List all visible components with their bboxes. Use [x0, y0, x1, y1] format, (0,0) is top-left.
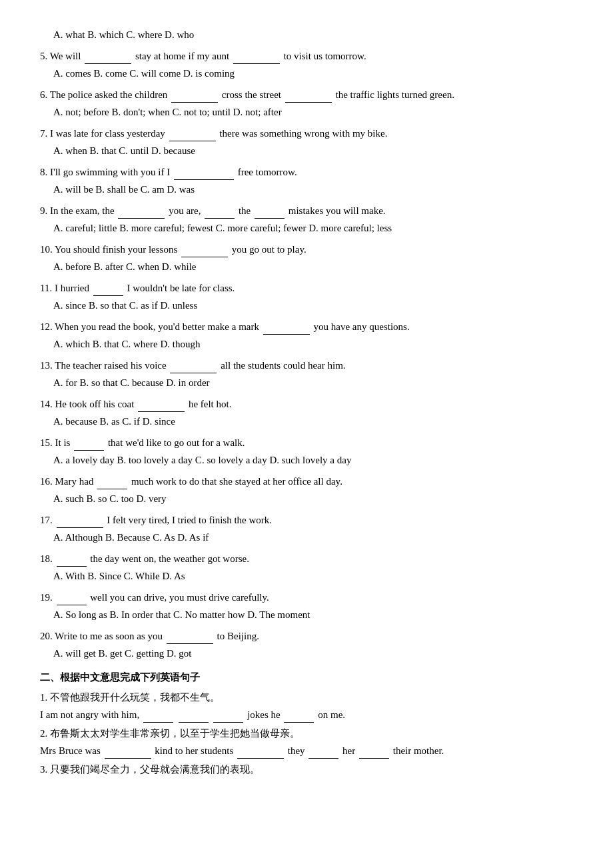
- q9-blank3: [255, 218, 285, 219]
- worksheet-content: A. what B. which C. where D. who 5. We w…: [40, 27, 573, 777]
- q6-options: A. not; before B. don't; when C. not to;…: [40, 104, 573, 120]
- q11-text: 11. I hurried I wouldn't be late for cla…: [40, 280, 573, 296]
- question-6: 6. The police asked the children cross t…: [40, 87, 573, 120]
- q9-blank1: [118, 218, 165, 219]
- q10-text: 10. You should finish your lessons you g…: [40, 241, 573, 257]
- question-5: 5. We will stay at home if my aunt to vi…: [40, 48, 573, 81]
- q16-blank: [97, 489, 127, 489]
- question-18: 18. the day went on, the weather got wor…: [40, 551, 573, 584]
- q19-blank: [57, 605, 87, 605]
- s1-en: I am not angry with him, jokes he on me.: [40, 707, 573, 723]
- question-13: 13. The teacher raised his voice all the…: [40, 357, 573, 391]
- s1-blank1: [143, 722, 173, 723]
- question-17: 17. I felt very tired, I tried to finish…: [40, 512, 573, 545]
- q15-blank: [74, 450, 104, 451]
- q13-text: 13. The teacher raised his voice all the…: [40, 357, 573, 373]
- q8-text: 8. I'll go swimming with you if I free t…: [40, 164, 573, 180]
- q15-text: 15. It is that we'd like to go out for a…: [40, 435, 573, 451]
- s1-cn: 1. 不管他跟我开什么玩笑，我都不生气。: [40, 689, 573, 705]
- s2-blank1: [105, 758, 151, 759]
- section2-title: 二、根据中文意思完成下列英语句子: [40, 669, 573, 685]
- q14-options: A. because B. as C. if D. since: [40, 413, 573, 429]
- sub-question-3: 3. 只要我们竭尽全力，父母就会满意我们的表现。: [40, 761, 573, 777]
- q7-options: A. when B. that C. until D. because: [40, 143, 573, 159]
- s3-cn: 3. 只要我们竭尽全力，父母就会满意我们的表现。: [40, 761, 573, 777]
- question-19: 19. well you can drive, you must drive c…: [40, 589, 573, 623]
- q7-text: 7. I was late for class yesterday there …: [40, 125, 573, 141]
- q12-options: A. which B. that C. where D. though: [40, 336, 573, 352]
- q5-blank: [233, 63, 280, 64]
- q19-text: 19. well you can drive, you must drive c…: [40, 589, 573, 605]
- s2-blank4: [359, 758, 389, 759]
- q14-text: 14. He took off his coat he felt hot.: [40, 396, 573, 412]
- q5-blank-part1: [85, 63, 131, 64]
- q6-text: 6. The police asked the children cross t…: [40, 87, 573, 103]
- q17-blank: [57, 527, 103, 528]
- question-7: 7. I was late for class yesterday there …: [40, 125, 573, 159]
- question-15: 15. It is that we'd like to go out for a…: [40, 435, 573, 468]
- sub-question-2: 2. 布鲁斯太太对学生非常亲切，以至于学生把她当做母亲。 Mrs Bruce w…: [40, 725, 573, 759]
- q10-blank: [181, 257, 228, 257]
- s2-en: Mrs Bruce was kind to her students they …: [40, 743, 573, 759]
- intro-options: A. what B. which C. where D. who: [40, 27, 573, 43]
- question-14: 14. He took off his coat he felt hot. A.…: [40, 396, 573, 429]
- s1-blank2: [179, 722, 209, 723]
- q11-blank: [93, 295, 123, 296]
- q9-options: A. careful; little B. more careful; fewe…: [40, 220, 573, 236]
- q16-text: 16. Mary had much work to do that she st…: [40, 473, 573, 489]
- q19-options: A. So long as B. In order that C. No mat…: [40, 607, 573, 623]
- q18-options: A. With B. Since C. While D. As: [40, 568, 573, 584]
- q6-blank2: [285, 102, 332, 103]
- q18-blank: [57, 566, 87, 567]
- q14-blank: [138, 411, 185, 412]
- s2-blank2: [237, 758, 284, 759]
- q18-text: 18. the day went on, the weather got wor…: [40, 551, 573, 567]
- q6-blank1: [171, 102, 218, 103]
- q15-options: A. a lovely day B. too lovely a day C. s…: [40, 452, 573, 468]
- q17-options: A. Although B. Because C. As D. As if: [40, 529, 573, 545]
- sub-question-1: 1. 不管他跟我开什么玩笑，我都不生气。 I am not angry with…: [40, 689, 573, 723]
- q11-options: A. since B. so that C. as if D. unless: [40, 297, 573, 313]
- q9-blank2: [205, 218, 235, 219]
- question-20: 20. Write to me as soon as you to Beijin…: [40, 628, 573, 661]
- q20-options: A. will get B. get C. getting D. got: [40, 645, 573, 661]
- question-8: 8. I'll go swimming with you if I free t…: [40, 164, 573, 197]
- q12-text: 12. When you read the book, you'd better…: [40, 319, 573, 335]
- q5-text: 5. We will stay at home if my aunt to vi…: [40, 48, 573, 64]
- question-10: 10. You should finish your lessons you g…: [40, 241, 573, 275]
- q8-blank: [174, 179, 234, 180]
- q10-options: A. before B. after C. when D. while: [40, 259, 573, 275]
- q12-blank: [263, 334, 310, 335]
- q13-blank: [170, 373, 217, 373]
- q16-options: A. such B. so C. too D. very: [40, 491, 573, 507]
- s1-blank4: [284, 722, 314, 723]
- q9-text: 9. In the exam, the you are, the mistake…: [40, 203, 573, 219]
- q5-options: A. comes B. come C. will come D. is comi…: [40, 65, 573, 81]
- s2-cn: 2. 布鲁斯太太对学生非常亲切，以至于学生把她当做母亲。: [40, 725, 573, 741]
- q20-blank: [167, 643, 213, 644]
- s1-blank3: [213, 722, 243, 723]
- question-12: 12. When you read the book, you'd better…: [40, 319, 573, 352]
- q20-text: 20. Write to me as soon as you to Beijin…: [40, 628, 573, 644]
- q13-options: A. for B. so that C. because D. in order: [40, 375, 573, 391]
- q7-blank: [169, 141, 216, 141]
- q17-text: 17. I felt very tired, I tried to finish…: [40, 512, 573, 528]
- question-11: 11. I hurried I wouldn't be late for cla…: [40, 280, 573, 313]
- s2-blank3: [308, 758, 338, 759]
- q8-options: A. will be B. shall be C. am D. was: [40, 181, 573, 197]
- question-16: 16. Mary had much work to do that she st…: [40, 473, 573, 507]
- question-9: 9. In the exam, the you are, the mistake…: [40, 203, 573, 236]
